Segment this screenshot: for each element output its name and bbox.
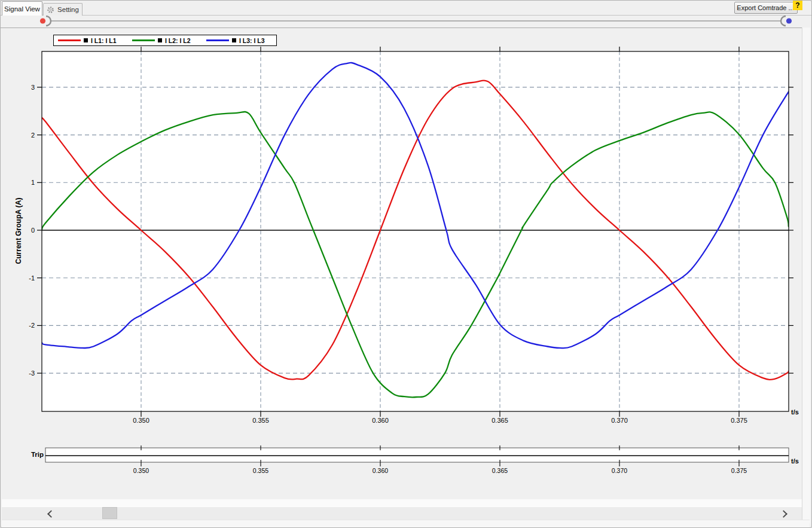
svg-text:0.365: 0.365 — [492, 467, 508, 474]
svg-text:0.355: 0.355 — [252, 417, 269, 424]
tab-signal-view[interactable]: Signal View — [2, 1, 42, 16]
svg-text:0.375: 0.375 — [731, 417, 747, 424]
horizontal-scrollbar[interactable] — [2, 506, 802, 520]
svg-text:0.375: 0.375 — [731, 467, 747, 474]
trip-axis-unit: t/s — [791, 457, 799, 465]
legend-item-l1[interactable]: I L1: I L1 — [54, 37, 128, 44]
svg-text:0.365: 0.365 — [492, 417, 508, 424]
legend-marker-icon — [158, 38, 162, 42]
svg-text:0.370: 0.370 — [611, 417, 628, 424]
help-badge[interactable]: ? — [793, 1, 802, 10]
scroll-right-icon[interactable] — [780, 510, 787, 518]
trip-channel-label: Trip — [21, 451, 44, 458]
svg-text:0.360: 0.360 — [373, 467, 388, 474]
svg-text:-1: -1 — [29, 274, 35, 282]
x-axis-unit: t/s — [791, 408, 799, 416]
app-window: Signal View Setting Export Comtrade ... … — [0, 0, 812, 528]
svg-text:0.370: 0.370 — [612, 467, 627, 474]
waveform-chart[interactable]: 0.3500.3550.3600.3650.3700.3753210-1-2-3… — [1, 1, 812, 528]
legend-marker-icon — [84, 38, 88, 42]
legend-label-l1: I L1: I L1 — [91, 37, 117, 44]
scrollbar-thumb[interactable] — [102, 507, 117, 519]
svg-text:1: 1 — [31, 179, 35, 186]
legend-line-l1 — [58, 39, 81, 41]
svg-text:0.350: 0.350 — [133, 417, 149, 424]
svg-text:0.355: 0.355 — [253, 467, 268, 474]
legend-line-l2 — [132, 39, 155, 41]
svg-text:0: 0 — [31, 227, 35, 234]
legend-label-l2: I L2: I L2 — [165, 37, 191, 44]
svg-text:-2: -2 — [29, 322, 35, 329]
window-right-frame — [802, 28, 810, 523]
window-bottom-frame — [2, 520, 810, 527]
legend-label-l3: I L3: I L3 — [239, 37, 265, 44]
svg-text:-3: -3 — [29, 370, 35, 377]
legend-line-l3 — [206, 39, 229, 41]
panel-bottom-edge — [2, 499, 802, 506]
y-axis-title: Current GroupA (A) — [14, 198, 23, 264]
svg-text:0.350: 0.350 — [133, 467, 149, 474]
scroll-left-icon[interactable] — [47, 510, 55, 518]
svg-text:3: 3 — [31, 84, 35, 91]
svg-text:0.360: 0.360 — [372, 417, 389, 424]
svg-text:2: 2 — [31, 132, 35, 139]
tab-signal-view-label: Signal View — [4, 5, 40, 13]
legend-item-l2[interactable]: I L2: I L2 — [128, 37, 202, 44]
chart-legend: I L1: I L1 I L2: I L2 I L3: I L3 — [53, 35, 277, 46]
legend-item-l3[interactable]: I L3: I L3 — [202, 37, 276, 44]
legend-marker-icon — [232, 38, 236, 42]
